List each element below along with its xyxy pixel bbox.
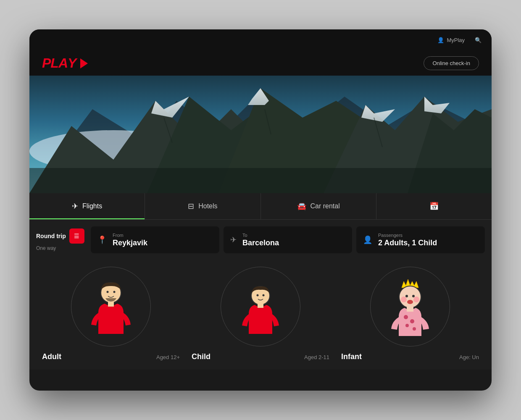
round-trip-label: Round trip	[36, 232, 66, 240]
tab-calendar[interactable]: 📅	[376, 193, 492, 219]
mountain-svg	[29, 76, 492, 193]
svg-point-25	[263, 294, 265, 297]
svg-point-35	[410, 319, 414, 323]
passengers-value: 2 Adults, 1 Child	[378, 239, 437, 247]
svg-point-36	[405, 324, 409, 327]
svg-point-31	[405, 295, 408, 297]
passengers-icon: 👤	[363, 235, 372, 244]
infant-name: Infant	[341, 352, 362, 361]
child-card[interactable]: Child Aged 2-11	[186, 267, 335, 370]
flights-tab-label: Flights	[82, 202, 102, 210]
svg-point-32	[412, 295, 415, 297]
logo-y: Y	[68, 55, 76, 71]
logo-arrow-icon	[80, 58, 88, 68]
from-field-content: From Reykjavik	[113, 233, 147, 247]
flights-tab-icon: ✈	[72, 202, 78, 211]
infant-name-row: Infant Age: Un	[339, 352, 481, 361]
svg-point-30	[413, 297, 419, 302]
top-nav: 👤 MyPlay 🔍	[29, 29, 492, 50]
infant-age: Age: Un	[459, 354, 479, 360]
child-avatar-circle	[221, 267, 300, 346]
search-icon: 🔍	[475, 37, 482, 43]
from-field[interactable]: 📍 From Reykjavik	[91, 226, 219, 253]
svg-rect-38	[407, 307, 413, 312]
child-age: Aged 2-11	[304, 354, 329, 360]
svg-point-37	[413, 327, 416, 331]
hotels-tab-icon: ⊟	[188, 202, 194, 211]
infant-card[interactable]: Infant Age: Un	[335, 267, 485, 370]
infant-figure-svg	[383, 275, 437, 338]
child-name: Child	[192, 352, 211, 361]
svg-rect-26	[258, 304, 263, 308]
calendar-tab-icon: 📅	[429, 202, 439, 211]
adult-avatar-circle	[71, 267, 151, 346]
round-trip-text: Round trip	[36, 233, 66, 239]
tab-flights[interactable]: ✈ Flights	[29, 193, 145, 219]
passenger-cards-row: Adult Aged 12+	[29, 260, 492, 370]
tab-car-rental[interactable]: 🚘 Car rental	[261, 193, 376, 219]
passengers-content: Passengers 2 Adults, 1 Child	[378, 233, 437, 247]
plane-icon: ✈	[230, 235, 237, 244]
logo: PLA Y	[42, 55, 88, 71]
search-nav-item[interactable]: 🔍	[475, 37, 482, 43]
hotels-tab-label: Hotels	[198, 202, 217, 210]
from-value: Reykjavik	[113, 239, 147, 247]
to-value: Barcelona	[242, 239, 279, 247]
svg-point-21	[113, 291, 116, 293]
header-bar: PLA Y Online check-in	[29, 50, 492, 76]
tab-hotels[interactable]: ⊟ Hotels	[145, 193, 260, 219]
fields-row: Round trip ☰ One way 📍 From Reykjavik ✈	[29, 220, 492, 260]
infant-avatar-circle	[370, 267, 450, 346]
switch-button[interactable]: ☰	[69, 228, 84, 244]
passengers-field[interactable]: 👤 Passengers 2 Adults, 1 Child	[356, 226, 485, 253]
to-field[interactable]: ✈ To Barcelona	[224, 226, 352, 253]
trip-type-group: Round trip ☰ One way	[36, 226, 87, 253]
passengers-label: Passengers	[378, 233, 437, 238]
device-frame: 👤 MyPlay 🔍 PLA Y Online check-in	[29, 29, 492, 391]
to-field-content: To Barcelona	[242, 233, 279, 247]
svg-rect-22	[108, 302, 114, 307]
hero-image	[29, 76, 492, 193]
tabs-row: ✈ Flights ⊟ Hotels 🚘 Car rental 📅	[29, 193, 492, 220]
search-panel: ✈ Flights ⊟ Hotels 🚘 Car rental 📅 Round	[29, 193, 492, 370]
one-way-text: One way	[36, 245, 87, 251]
svg-rect-18	[29, 168, 492, 193]
child-figure-svg	[235, 277, 286, 336]
to-label: To	[242, 233, 279, 238]
switch-icon: ☰	[74, 233, 79, 239]
myplay-label: MyPlay	[447, 37, 465, 43]
trip-type-row: Round trip ☰	[36, 228, 87, 244]
car-tab-label: Car rental	[310, 202, 340, 210]
logo-text: PLA	[42, 55, 68, 71]
adult-name-row: Adult Aged 12+	[40, 352, 182, 361]
myplay-nav-item[interactable]: 👤 MyPlay	[437, 37, 465, 43]
svg-point-24	[257, 294, 259, 297]
adult-card[interactable]: Adult Aged 12+	[36, 267, 186, 370]
svg-point-20	[107, 291, 109, 293]
svg-point-29	[401, 297, 407, 302]
adult-figure-svg	[84, 275, 138, 338]
location-icon: 📍	[97, 235, 107, 244]
adult-age: Aged 12+	[156, 354, 180, 360]
child-name-row: Child Aged 2-11	[190, 352, 331, 361]
adult-name: Adult	[42, 352, 61, 361]
svg-point-34	[404, 315, 408, 319]
from-label: From	[113, 233, 147, 238]
svg-point-33	[407, 300, 413, 304]
online-checkin-button[interactable]: Online check-in	[424, 56, 479, 70]
person-icon: 👤	[437, 37, 444, 43]
car-tab-icon: 🚘	[297, 202, 306, 211]
